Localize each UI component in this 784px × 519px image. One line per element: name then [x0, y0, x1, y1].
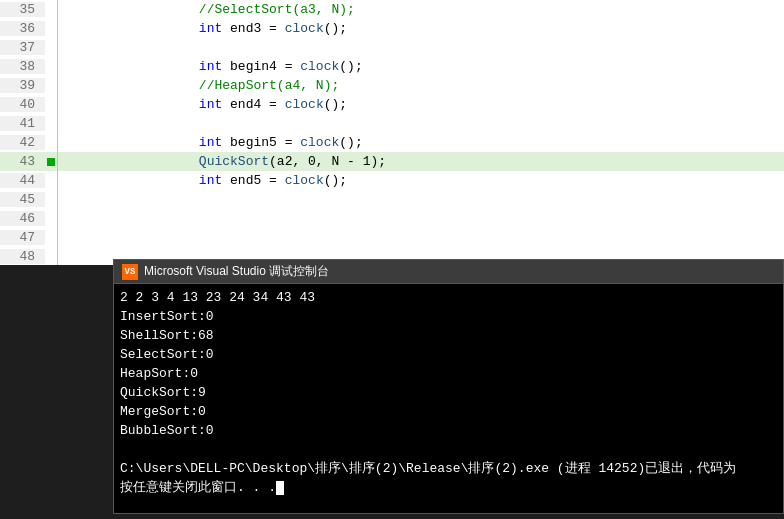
line-separator — [57, 38, 58, 57]
code-text: end3 = — [222, 21, 284, 36]
code-text: (); — [324, 173, 347, 188]
keyword: int — [199, 173, 222, 188]
code-line-47: 47 — [0, 228, 784, 247]
console-title: Microsoft Visual Studio 调试控制台 — [144, 263, 329, 280]
line-number: 37 — [0, 40, 45, 55]
code-line-40: 40 int end4 = clock(); — [0, 95, 784, 114]
console-output-exit: C:\Users\DELL-PC\Desktop\排序\排序(2)\Releas… — [120, 459, 777, 478]
line-number: 44 — [0, 173, 45, 188]
console-panel[interactable]: VS Microsoft Visual Studio 调试控制台 2 2 3 4… — [113, 259, 784, 514]
function-name: clock — [285, 97, 324, 112]
breakpoint-indicator — [47, 158, 55, 166]
line-separator — [57, 133, 58, 152]
console-output-line-3: ShellSort:68 — [120, 326, 777, 345]
line-number: 46 — [0, 211, 45, 226]
line-number: 36 — [0, 21, 45, 36]
console-output-line-8: BubbleSort:0 — [120, 421, 777, 440]
vs-icon: VS — [122, 264, 138, 280]
keyword: int — [199, 21, 222, 36]
line-gutter — [45, 158, 57, 166]
console-output-close: 按任意键关闭此窗口. . . — [120, 478, 777, 497]
console-output-blank — [120, 440, 777, 459]
line-separator — [57, 171, 58, 190]
console-output-line-7: MergeSort:0 — [120, 402, 777, 421]
line-number: 35 — [0, 2, 45, 17]
code-line-44: 44 int end5 = clock(); — [0, 171, 784, 190]
text-cursor — [276, 481, 284, 495]
console-output-line-4: SelectSort:0 — [120, 345, 777, 364]
line-number: 39 — [0, 78, 45, 93]
console-body: 2 2 3 4 13 23 24 34 43 43 InsertSort:0 S… — [114, 284, 783, 501]
line-separator — [57, 114, 58, 133]
function-name: clock — [285, 173, 324, 188]
line-number: 43 — [0, 154, 45, 169]
console-output-line-2: InsertSort:0 — [120, 307, 777, 326]
code-lines: 35 //SelectSort(a3, N); 36 int end3 = cl… — [0, 0, 784, 265]
line-separator — [57, 57, 58, 76]
line-number: 40 — [0, 97, 45, 112]
line-separator — [57, 209, 58, 228]
line-number: 41 — [0, 116, 45, 131]
keyword: int — [199, 97, 222, 112]
console-output-line-1: 2 2 3 4 13 23 24 34 43 43 — [120, 288, 777, 307]
code-text: end4 = — [222, 97, 284, 112]
code-line-46: 46 — [0, 209, 784, 228]
code-line-36: 36 int end3 = clock(); — [0, 19, 784, 38]
line-separator — [57, 19, 58, 38]
code-text: end5 = — [222, 173, 284, 188]
function-name: clock — [285, 21, 324, 36]
line-number: 42 — [0, 135, 45, 150]
console-output-line-6: QuickSort:9 — [120, 383, 777, 402]
console-titlebar: VS Microsoft Visual Studio 调试控制台 — [114, 260, 783, 284]
line-number: 48 — [0, 249, 45, 264]
indent — [136, 173, 198, 188]
line-separator — [57, 190, 58, 209]
line-separator — [57, 0, 58, 19]
console-output-line-5: HeapSort:0 — [120, 364, 777, 383]
line-separator — [57, 152, 58, 171]
line-number: 47 — [0, 230, 45, 245]
line-separator — [57, 76, 58, 95]
code-text: (); — [324, 21, 347, 36]
line-separator — [57, 228, 58, 247]
line-number: 45 — [0, 192, 45, 207]
code-line-45: 45 — [0, 190, 784, 209]
line-number: 38 — [0, 59, 45, 74]
code-editor[interactable]: 35 //SelectSort(a3, N); 36 int end3 = cl… — [0, 0, 784, 265]
indent — [136, 21, 198, 36]
line-separator — [57, 95, 58, 114]
indent — [136, 97, 198, 112]
code-text: (); — [324, 97, 347, 112]
line-separator — [57, 247, 58, 265]
